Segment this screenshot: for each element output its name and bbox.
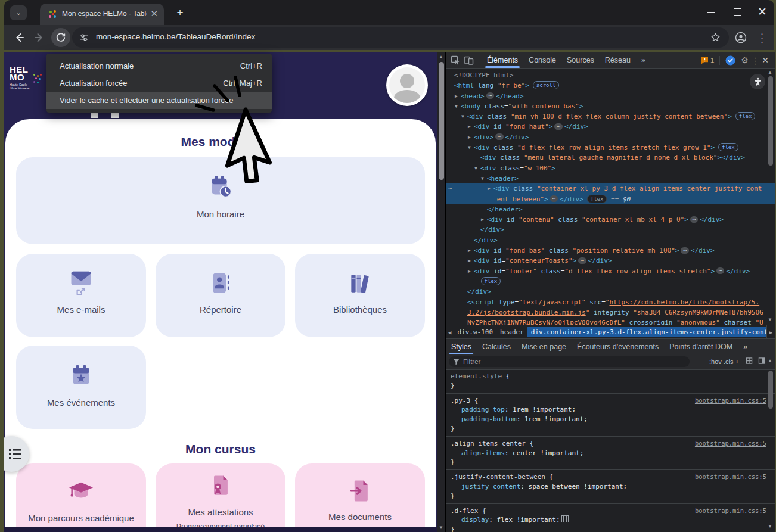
styles-tab-Points d'arrêt DOM[interactable]: Points d'arrêt DOM: [664, 340, 738, 354]
tab-search-button[interactable]: ⌄: [10, 5, 27, 20]
dom-line[interactable]: ▶<div>⋯</div>: [446, 132, 775, 142]
devtools-tab-Sources[interactable]: Sources: [561, 53, 600, 68]
card-graduation-cap[interactable]: Mon parcours académique: [16, 463, 146, 532]
css-source-link[interactable]: bootstrap.min.css:5: [695, 439, 766, 449]
layout-icon[interactable]: [746, 357, 753, 364]
dom-line[interactable]: ▶<head>⋯</head>: [446, 91, 775, 101]
devtools-menu-icon[interactable]: ···: [754, 56, 756, 65]
page-footer-strip: [4, 527, 437, 532]
styles-tabs-bar: StylesCalculésMise en pageÉcouteurs d'év…: [446, 338, 775, 354]
dom-line[interactable]: <!DOCTYPE html>: [446, 70, 775, 80]
issues-badge[interactable]: 1: [701, 57, 714, 64]
url-text: mon-espace.helmo.be/TableauDeBord/Index: [96, 32, 255, 41]
page-scrollbar-thumb[interactable]: [439, 62, 444, 180]
dom-line[interactable]: ▶<div id="fond-bas" class="position-rela…: [446, 245, 775, 256]
dom-line[interactable]: ▼<body class="with-contenu-bas">: [446, 101, 775, 111]
dom-line[interactable]: ▶<div id="fond-haut">⋯</div>: [446, 122, 775, 132]
dom-line[interactable]: ⋯▶<div class="container-xl py-3 d-flex a…: [446, 183, 775, 194]
dom-line[interactable]: <html lang="fr-be">scroll: [446, 80, 775, 91]
back-icon[interactable]: [14, 32, 24, 43]
css-source-link[interactable]: bootstrap.min.css:5: [695, 396, 766, 406]
panel-toggle-icon[interactable]: [758, 357, 765, 364]
css-rule[interactable]: .justify-content-between {bootstrap.min.…: [446, 470, 775, 503]
crumbs-left-icon[interactable]: ◀: [446, 329, 454, 335]
card-calendar-star[interactable]: Mes événements: [16, 346, 146, 429]
window-maximize-button[interactable]: [734, 8, 741, 16]
css-rule[interactable]: .align-items-center {bootstrap.min.css:5…: [446, 437, 775, 470]
dom-line[interactable]: ▶<div id="conteneurToasts">⋯</div>: [446, 256, 775, 266]
card-address-book[interactable]: Répertoire: [156, 254, 285, 337]
styles-filter-input[interactable]: Filtrer: [449, 356, 690, 367]
styles-scrollbar-thumb[interactable]: [768, 371, 773, 409]
settings-gear-icon[interactable]: ⚙: [741, 55, 749, 65]
dom-line[interactable]: 3.2/js/bootstrap.bundle.min.js" integrit…: [446, 307, 775, 318]
dom-line[interactable]: </div>: [446, 287, 775, 297]
dom-line[interactable]: <div class="menu-lateral-gauche-magnifie…: [446, 153, 775, 163]
site-settings-icon[interactable]: [80, 33, 88, 42]
styles-tab-Écouteurs d'événements[interactable]: Écouteurs d'événements: [572, 340, 664, 354]
helmo-logo[interactable]: HEL MO Haute École Libre Mosane: [10, 66, 29, 90]
tree-scroll-up-icon[interactable]: ▲: [766, 70, 774, 75]
card-label: Mes attestations: [188, 507, 253, 517]
devtools-assist-icon[interactable]: [725, 55, 735, 66]
profile-icon[interactable]: [735, 32, 747, 43]
dom-line[interactable]: </div>: [446, 225, 775, 235]
dom-line[interactable]: </div>: [446, 235, 775, 245]
css-rule[interactable]: .py-3 {bootstrap.min.css:5padding-top: 1…: [446, 394, 775, 437]
css-source-link[interactable]: bootstrap.min.css:5: [695, 506, 766, 516]
browser-menu-icon[interactable]: ···: [761, 31, 763, 43]
more-tabs-chevron[interactable]: »: [636, 53, 651, 68]
card-certificate[interactable]: Mes attestationsProgressivement remplacé: [156, 463, 285, 532]
breadcrumb-item[interactable]: header: [496, 327, 527, 337]
styles-scroll-down-icon[interactable]: ▼: [766, 524, 774, 529]
devtools-tab-Éléments[interactable]: Éléments: [482, 53, 523, 68]
window-minimize-button[interactable]: [707, 12, 715, 13]
tree-scroll-down-icon[interactable]: ▼: [766, 317, 774, 322]
inspect-icon[interactable]: [451, 55, 460, 65]
dom-line[interactable]: ▼<div class="min-vh-100 d-flex flex-colu…: [446, 111, 775, 122]
devtools-tab-Console[interactable]: Console: [523, 53, 561, 68]
tab-close-icon[interactable]: ✕: [150, 9, 158, 18]
forward-icon[interactable]: [34, 32, 45, 43]
breadcrumb-item[interactable]: div.w-100: [454, 327, 496, 337]
devtools-close-icon[interactable]: ✕: [762, 55, 769, 65]
scroll-up-icon[interactable]: ▲: [437, 54, 445, 60]
dom-line[interactable]: ent-between">⋯</div>flex == $0: [446, 194, 775, 204]
tree-scrollbar-thumb[interactable]: [768, 76, 773, 166]
crumbs-right-icon[interactable]: ▶: [766, 325, 775, 339]
dom-line[interactable]: ▼<div class="w-100">: [446, 163, 775, 173]
card-envelope-external[interactable]: Mes e-mails: [16, 254, 146, 337]
styles-tab-Styles[interactable]: Styles: [446, 340, 477, 354]
styles-toggles[interactable]: :hov .cls +: [709, 356, 765, 367]
dom-line[interactable]: ▶<div id="contenu" class="container-xl m…: [446, 214, 775, 225]
window-close-button[interactable]: ✕: [758, 5, 767, 18]
page-scrollbar[interactable]: ▲ ▼: [437, 52, 445, 532]
styles-tab-Mise en page[interactable]: Mise en page: [516, 340, 572, 354]
css-rule[interactable]: element.style {}: [446, 369, 775, 394]
card-document-arrow[interactable]: Mes documents: [295, 463, 425, 532]
browser-tab[interactable]: Mon espace HELMo - Tableau d ✕: [40, 4, 164, 25]
styles-scroll-up-icon[interactable]: ▲: [766, 358, 774, 363]
card-books[interactable]: Bibliothèques: [295, 254, 425, 337]
device-toolbar-icon[interactable]: [464, 55, 474, 65]
url-bar[interactable]: mon-espace.helmo.be/TableauDeBord/Index: [72, 27, 729, 48]
scroll-down-icon[interactable]: ▼: [437, 525, 445, 530]
css-rule[interactable]: .d-flex {bootstrap.min.css:5display: fle…: [446, 504, 775, 532]
accessibility-icon[interactable]: [750, 74, 765, 89]
dom-line[interactable]: ▼<div class="d-flex flex-row align-items…: [446, 142, 775, 153]
bookmark-star-icon[interactable]: [710, 32, 721, 42]
avatar[interactable]: [386, 64, 428, 106]
dom-line[interactable]: flex: [446, 276, 775, 287]
flex-editor-icon[interactable]: [561, 515, 569, 522]
devtools-tab-Réseau[interactable]: Réseau: [600, 53, 636, 68]
css-source-link[interactable]: bootstrap.min.css:5: [695, 472, 766, 482]
dom-line[interactable]: <script type="text/javascript" src="http…: [446, 297, 775, 307]
dom-line[interactable]: ▼<header>: [446, 173, 775, 183]
styles-tab-Calculés[interactable]: Calculés: [477, 340, 516, 354]
styles-more-tabs-chevron[interactable]: »: [738, 340, 753, 354]
new-tab-button[interactable]: +: [172, 5, 188, 20]
dom-line[interactable]: ▶<div id="footer" class="d-flex flex-row…: [446, 266, 775, 276]
reload-button[interactable]: [51, 28, 70, 47]
dom-line[interactable]: </header>: [446, 204, 775, 214]
breadcrumb-item[interactable]: div.container-xl.py-3.d-flex.align-items…: [527, 327, 766, 337]
